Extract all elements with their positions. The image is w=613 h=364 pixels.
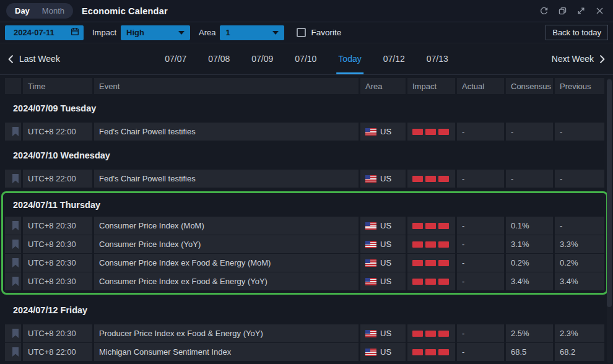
event-row[interactable]: UTC+8 22:00 Michigan Consumer Sentiment … bbox=[5, 343, 604, 361]
favorite-checkbox[interactable] bbox=[297, 28, 306, 37]
event-area: US bbox=[360, 343, 406, 361]
view-mode-toggle: Day Month bbox=[6, 3, 73, 19]
event-actual: - bbox=[457, 235, 504, 253]
week-day-tab[interactable]: Today bbox=[336, 43, 363, 74]
event-impact bbox=[407, 217, 455, 235]
vertical-scrollbar[interactable] bbox=[607, 78, 612, 363]
us-flag-icon bbox=[365, 175, 376, 183]
day-group-date: 2024/07/09 Tuesday bbox=[13, 103, 96, 113]
week-day-tab[interactable]: 07/12 bbox=[381, 43, 407, 74]
event-consensus: 3.4% bbox=[506, 272, 553, 290]
bookmark-cell[interactable] bbox=[5, 217, 21, 235]
event-impact bbox=[407, 343, 455, 361]
event-previous: 2.3% bbox=[555, 324, 604, 342]
event-row[interactable]: UTC+8 22:00 Fed's Chair Powell testifies… bbox=[5, 170, 604, 188]
event-previous: 3.3% bbox=[555, 235, 604, 253]
day-group-header: 2024/07/12 Friday bbox=[5, 296, 604, 324]
bookmark-cell[interactable] bbox=[5, 170, 21, 188]
us-flag-icon bbox=[365, 128, 376, 136]
calendar-body: 2024/07/09 Tuesday UTC+8 22:00 Fed's Cha… bbox=[5, 94, 604, 361]
back-to-today-button[interactable]: Back to today bbox=[546, 25, 608, 40]
week-day-tab[interactable]: 07/09 bbox=[250, 43, 275, 74]
event-row[interactable]: UTC+8 20:30 Consumer Price Index (MoM) U… bbox=[5, 217, 604, 235]
event-area: US bbox=[360, 254, 406, 272]
last-week-label: Last Week bbox=[19, 54, 60, 64]
area-code: US bbox=[380, 258, 391, 267]
table-header-row: Time Event Area Impact Actual Consensus … bbox=[5, 78, 604, 94]
bookmark-icon bbox=[12, 127, 19, 136]
bookmark-cell[interactable] bbox=[5, 254, 21, 272]
event-area: US bbox=[360, 123, 406, 141]
week-day-tab[interactable]: 07/10 bbox=[293, 43, 318, 74]
event-time: UTC+8 20:30 bbox=[23, 254, 92, 272]
day-group: 2024/07/11 Thursday UTC+8 20:30 Consumer… bbox=[1, 191, 608, 295]
event-previous: 68.2 bbox=[555, 343, 604, 361]
event-actual: - bbox=[457, 272, 504, 290]
toggle-option-day[interactable]: Day bbox=[9, 5, 35, 17]
chevron-right-icon bbox=[599, 54, 605, 64]
event-previous: 3.4% bbox=[555, 272, 604, 290]
event-area: US bbox=[360, 170, 406, 188]
close-icon[interactable] bbox=[595, 6, 604, 15]
date-picker[interactable]: 2024-07-11 bbox=[5, 25, 84, 40]
day-group: 2024/07/10 Wednesday UTC+8 22:00 Fed's C… bbox=[5, 141, 604, 188]
scrollbar-thumb[interactable] bbox=[607, 79, 612, 307]
event-previous: - bbox=[555, 217, 604, 235]
event-actual: - bbox=[457, 324, 504, 342]
bookmark-cell[interactable] bbox=[5, 324, 21, 342]
bookmark-cell[interactable] bbox=[5, 343, 21, 361]
event-title: Consumer Price Index (YoY) bbox=[94, 235, 359, 253]
event-row[interactable]: UTC+8 22:00 Fed's Chair Powell testifies… bbox=[5, 123, 604, 141]
event-time: UTC+8 20:30 bbox=[23, 272, 92, 290]
impact-select[interactable]: High bbox=[121, 25, 190, 40]
week-day-tab[interactable]: 07/08 bbox=[206, 43, 232, 74]
day-group: 2024/07/12 Friday UTC+8 20:30 Producer P… bbox=[5, 296, 604, 361]
event-time: UTC+8 20:30 bbox=[23, 324, 92, 342]
bookmark-cell[interactable] bbox=[5, 123, 21, 141]
area-select[interactable]: 1 bbox=[220, 25, 284, 40]
top-bar: Day Month Economic Calendar bbox=[0, 0, 613, 22]
expand-icon[interactable] bbox=[576, 6, 586, 15]
area-column-header: Area bbox=[360, 78, 406, 94]
day-group-date: 2024/07/10 Wednesday bbox=[13, 150, 110, 160]
consensus-column-header: Consensus bbox=[506, 78, 553, 94]
actual-column-header: Actual bbox=[457, 78, 504, 94]
impact-bars bbox=[412, 279, 449, 285]
day-group-date: 2024/07/12 Friday bbox=[13, 305, 87, 315]
day-group-header: 2024/07/10 Wednesday bbox=[5, 141, 604, 170]
area-value: 1 bbox=[225, 28, 230, 37]
event-time: UTC+8 20:30 bbox=[23, 217, 92, 235]
event-impact bbox=[407, 235, 455, 253]
day-group-header: 2024/07/11 Thursday bbox=[5, 193, 604, 217]
week-day-tab[interactable]: 07/13 bbox=[425, 43, 450, 74]
event-title: Producer Price Index ex Food & Energy (Y… bbox=[94, 324, 359, 342]
week-day-tab[interactable]: 07/07 bbox=[163, 43, 188, 74]
event-column-header: Event bbox=[94, 78, 359, 94]
bookmark-cell[interactable] bbox=[5, 235, 21, 253]
event-impact bbox=[407, 272, 455, 290]
event-row[interactable]: UTC+8 20:30 Consumer Price Index (YoY) U… bbox=[5, 235, 604, 253]
event-consensus: - bbox=[506, 170, 553, 188]
event-row[interactable]: UTC+8 20:30 Consumer Price Index ex Food… bbox=[5, 272, 604, 290]
event-time: UTC+8 22:00 bbox=[23, 343, 92, 361]
chevron-down-icon bbox=[178, 31, 185, 35]
impact-bars bbox=[412, 331, 449, 337]
last-week-button[interactable]: Last Week bbox=[8, 54, 60, 64]
event-row[interactable]: UTC+8 20:30 Producer Price Index ex Food… bbox=[5, 324, 604, 342]
event-consensus: 0.2% bbox=[506, 254, 553, 272]
refresh-icon[interactable] bbox=[539, 6, 549, 15]
bookmark-cell[interactable] bbox=[5, 272, 21, 290]
impact-bars bbox=[412, 241, 449, 248]
duplicate-icon[interactable] bbox=[558, 6, 567, 15]
impact-label: Impact bbox=[92, 28, 116, 37]
us-flag-icon bbox=[365, 349, 376, 356]
event-consensus: 3.1% bbox=[506, 235, 553, 253]
impact-bars bbox=[412, 223, 449, 229]
event-row[interactable]: UTC+8 20:30 Consumer Price Index ex Food… bbox=[5, 254, 604, 272]
chevron-down-icon bbox=[272, 31, 279, 35]
toggle-option-month[interactable]: Month bbox=[37, 5, 70, 17]
impact-bars bbox=[412, 349, 449, 355]
event-actual: - bbox=[457, 170, 504, 188]
event-actual: - bbox=[457, 254, 504, 272]
next-week-button[interactable]: Next Week bbox=[552, 54, 605, 64]
